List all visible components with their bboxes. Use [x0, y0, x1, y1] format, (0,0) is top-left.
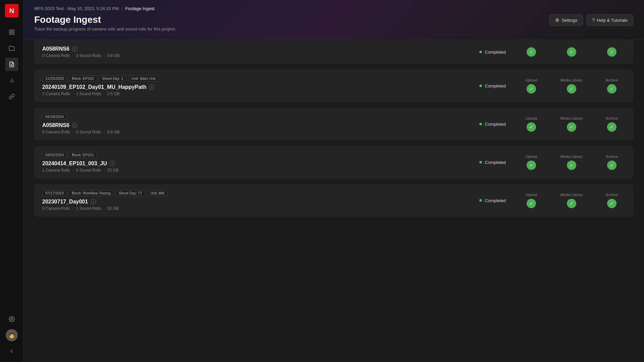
archive-label-3: Archive [606, 155, 618, 159]
tag-shootday-4: Shoot Day: 77 [116, 190, 145, 196]
col-upload-2: Upload ✓ [518, 116, 545, 132]
col-archive-1: Archive ✓ [598, 78, 625, 94]
media-check-4: ✓ [567, 199, 576, 208]
upload-check-0: ✓ [527, 47, 536, 57]
app-logo[interactable]: N [5, 4, 18, 17]
media-check-0: ✓ [567, 47, 576, 57]
ingest-card-3: 04/02/2024 Block: EP101 20240414_EP101_0… [34, 146, 633, 179]
size-0: 0.6 GB [107, 53, 119, 58]
content-area: A058RNS6 i 0 Camera Rolls · 0 Sound Roll… [23, 40, 644, 362]
col-media-3: Media Library ✓ [558, 155, 585, 170]
size-1: 2.5 GB [107, 92, 119, 96]
info-icon-1[interactable]: i [149, 84, 154, 90]
size-4: 53 GB [107, 206, 118, 211]
archive-check-0: ✓ [607, 47, 616, 57]
col-headers-2: Upload ✓ Media Library ✓ Archive ✓ [511, 116, 625, 132]
card-left-3: 04/02/2024 Block: EP101 20240414_EP101_0… [42, 152, 457, 173]
upload-label-2: Upload [526, 116, 537, 120]
info-icon-2[interactable]: i [72, 123, 77, 128]
tag-block-3: Block: EP101 [69, 152, 97, 158]
sound-rolls-1: 1 Sound Rolls [76, 92, 101, 96]
col-headers-1: Upload ✓ Media Library ✓ Archive ✓ [511, 78, 625, 94]
col-upload-3: Upload ✓ [518, 155, 545, 170]
status-dot-0 [479, 51, 482, 53]
col-headers-0: ✓ ✓ ✓ [511, 47, 625, 57]
col-media-0: ✓ [558, 47, 585, 57]
sidebar: N 🧑 [0, 0, 23, 362]
sidebar-item-dashboard[interactable] [5, 25, 18, 39]
svg-point-9 [11, 318, 12, 320]
status-dot-4 [479, 199, 482, 202]
sidebar-item-folder[interactable] [5, 42, 18, 55]
archive-check-4: ✓ [607, 199, 616, 208]
col-upload-1: Upload ✓ [518, 78, 545, 94]
camera-rolls-4: 9 Camera Rolls [42, 206, 70, 211]
col-archive-3: Archive ✓ [598, 155, 625, 170]
archive-check-1: ✓ [607, 84, 616, 94]
archive-label-1: Archive [606, 78, 618, 82]
status-text-1: Completed [485, 83, 506, 88]
sidebar-item-links[interactable] [5, 90, 18, 103]
upload-label-3: Upload [526, 155, 537, 159]
upload-check-3: ✓ [527, 161, 536, 170]
sidebar-item-toggle[interactable] [5, 345, 18, 358]
svg-rect-3 [12, 33, 14, 35]
tag-unit-4: Unit: BM [147, 190, 167, 196]
card-left-4: 07/17/2023 Block: Workflow Testing Shoot… [42, 190, 457, 211]
breadcrumb: MPS 2023 Test - May 10, 2023, 5:24:10 PM… [34, 6, 633, 11]
settings-label: Settings [561, 18, 577, 23]
sound-rolls-3: 0 Sound Rolls [76, 168, 101, 173]
help-button[interactable]: ? Help & Tutorials [586, 14, 633, 26]
col-headers-3: Upload ✓ Media Library ✓ Archive ✓ [511, 155, 625, 170]
tags-4: 07/17/2023 Block: Workflow Testing Shoot… [42, 190, 457, 196]
tags-2: 04/18/2024 [42, 114, 457, 120]
archive-label-2: Archive [606, 116, 618, 120]
status-area-0: Completed [462, 50, 506, 55]
header-actions: ⚙ Settings ? Help & Tutorials [549, 14, 633, 26]
media-label-4: Media Library [560, 193, 583, 197]
camera-rolls-2: 0 Camera Rolls [42, 130, 70, 134]
ingest-card-4: 07/17/2023 Block: Workflow Testing Shoot… [34, 184, 633, 217]
tags-1: 11/25/2020 Block: EP102 Shoot Day: 1 Uni… [42, 75, 457, 81]
camera-rolls-0: 0 Camera Rolls [42, 53, 70, 58]
info-icon-3[interactable]: i [110, 161, 115, 166]
sidebar-item-settings[interactable] [5, 312, 18, 326]
card-meta-4: 9 Camera Rolls · 1 Sound Rolls · 53 GB [42, 206, 457, 211]
sidebar-item-collapse[interactable]: 🧑 [5, 328, 18, 342]
settings-button[interactable]: ⚙ Settings [549, 14, 583, 26]
tag-block-1: Block: EP102 [69, 75, 97, 81]
card-left-1: 11/25/2020 Block: EP102 Shoot Day: 1 Uni… [42, 75, 457, 96]
upload-check-1: ✓ [527, 84, 536, 94]
card-left-2: 04/18/2024 A058RNS6 i 0 Camera Rolls · 0… [42, 114, 457, 134]
card-name-4: 20230717_Day001 i [42, 199, 457, 205]
camera-rolls-3: 1 Camera Rolls [42, 168, 70, 173]
col-upload-4: Upload ✓ [518, 193, 545, 208]
card-name-3: 20240414_EP101_003_JU i [42, 161, 457, 167]
card-meta-0: 0 Camera Rolls · 0 Sound Rolls · 0.6 GB [42, 53, 457, 58]
sound-rolls-4: 1 Sound Rolls [76, 206, 101, 211]
size-2: 0.6 GB [107, 130, 119, 134]
info-icon-4[interactable]: i [91, 199, 96, 204]
tag-unit-1: Unit: Main Unit [128, 75, 159, 81]
breadcrumb-parent: MPS 2023 Test - May 10, 2023, 5:24:10 PM [34, 6, 119, 11]
media-label-3: Media Library [560, 155, 583, 159]
col-media-2: Media Library ✓ [558, 116, 585, 132]
archive-label-4: Archive [606, 193, 618, 197]
breadcrumb-separator: / [121, 6, 123, 11]
info-icon-0[interactable]: i [72, 46, 77, 52]
tag-date-2: 04/18/2024 [42, 114, 67, 120]
sound-rolls-2: 0 Sound Rolls [76, 130, 101, 134]
col-headers-4: Upload ✓ Media Library ✓ Archive ✓ [511, 193, 625, 208]
upload-label-1: Upload [526, 78, 537, 82]
breadcrumb-current: Footage Ingest [125, 6, 155, 11]
status-dot-2 [479, 123, 482, 125]
status-text-3: Completed [485, 160, 506, 165]
sidebar-item-reports[interactable] [5, 74, 18, 87]
status-text-0: Completed [485, 50, 506, 55]
card-name-1: 20240109_EP102_Day01_MU_HappyPath i [42, 84, 457, 90]
card-name-2: A058RNS6 i [42, 122, 457, 128]
user-avatar[interactable]: 🧑 [6, 329, 18, 341]
sidebar-item-ingest[interactable] [5, 58, 18, 71]
camera-rolls-1: 2 Camera Rolls [42, 92, 70, 96]
archive-check-2: ✓ [607, 122, 616, 132]
